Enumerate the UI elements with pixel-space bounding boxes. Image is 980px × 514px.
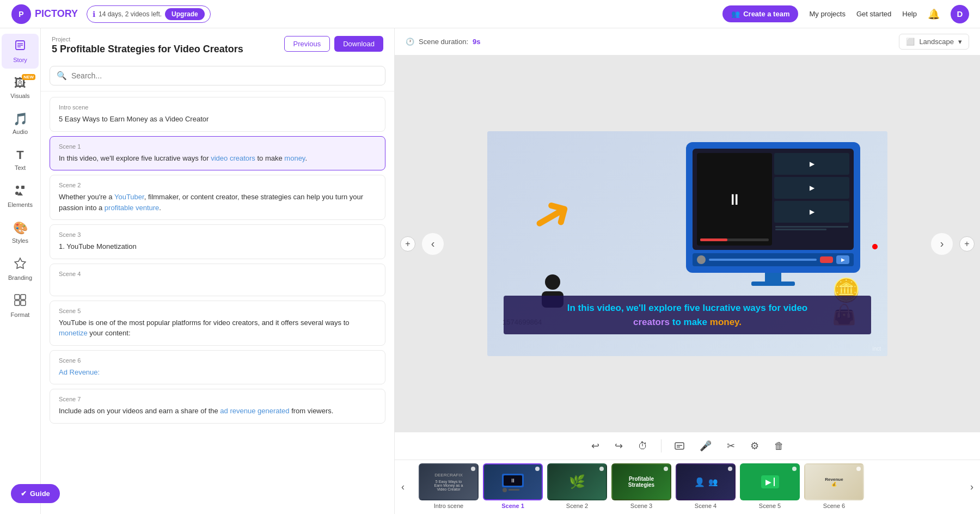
landscape-selector[interactable]: ⬜ Landscape ▾ [899, 34, 969, 50]
sidebar-branding-label: Branding [8, 274, 32, 281]
prev-scene-button[interactable]: ‹ [422, 233, 444, 255]
sidebar-item-story[interactable]: Story [2, 34, 39, 69]
scene-card-1[interactable]: Scene 1 In this video, we'll explore fiv… [50, 136, 385, 171]
sidebar-item-elements[interactable]: Elements [2, 179, 39, 213]
scissors-button[interactable]: ✂ [725, 438, 737, 454]
scene-card-intro[interactable]: Intro scene 5 Easy Ways to Earn Money as… [50, 97, 385, 132]
people-icon: 👥 [731, 10, 740, 18]
svg-text:P: P [19, 10, 23, 19]
scene-dot-4 [728, 467, 732, 471]
subtitle-span2: video [783, 303, 807, 313]
scene1-thumb-content: ⏸ [484, 464, 542, 499]
side-thumbnails: ▶ ▶ ▶ [774, 153, 849, 237]
search-container: 🔍 [41, 60, 394, 91]
subtitle-bar: In this video, we'll explore five lucrat… [504, 296, 871, 334]
timeline-scroll-right[interactable]: › [964, 460, 980, 514]
scene5-timeline-label: Scene 5 [759, 503, 781, 509]
scene-card-3[interactable]: Scene 3 1. YouTube Monetization [50, 224, 385, 259]
scene6-thumbnail[interactable]: Revenue💰 [804, 463, 864, 500]
svg-rect-17 [675, 443, 684, 449]
settings-button[interactable]: ⚙ [748, 438, 761, 454]
scene3-thumbnail[interactable]: ProfitableStrategies [611, 463, 671, 500]
scene-card-7[interactable]: Scene 7 Include ads on your videos and e… [50, 389, 385, 424]
scene2-thumbnail[interactable]: 🌿 [547, 463, 607, 500]
guide-button[interactable]: ✔ Guide [11, 484, 60, 503]
video-container: + ‹ ➜ [395, 56, 980, 432]
scene-dot-3 [664, 467, 668, 471]
timeline-scroll-left[interactable]: ‹ [395, 460, 411, 514]
user-avatar[interactable]: D [951, 5, 969, 23]
sidebar-item-visuals[interactable]: NEW 🖼 Visuals [2, 71, 39, 105]
scene-dot [471, 467, 475, 471]
preview-toolbar: 🕐 Scene duration: 9s ⬜ Landscape ▾ [395, 28, 980, 56]
scene4-thumbnail[interactable]: 👤 👥 [676, 463, 736, 500]
logo[interactable]: P PICTORY [11, 4, 78, 25]
scene1-thumbnail[interactable]: ⏸ [483, 463, 543, 500]
scene-card-4[interactable]: Scene 4 [50, 264, 385, 296]
scene4-label: Scene 4 [59, 271, 376, 277]
timer-button[interactable]: ⏱ [636, 438, 650, 454]
notification-icon[interactable]: 🔔 [928, 8, 940, 20]
sidebar-item-styles[interactable]: 🎨 Styles [2, 216, 39, 249]
sidebar-item-branding[interactable]: Branding [2, 252, 39, 286]
main-layout: Story NEW 🖼 Visuals 🎵 Audio T Text Eleme… [0, 0, 980, 514]
guide-checkmark-icon: ✔ [21, 489, 27, 498]
create-team-button[interactable]: 👥 Create a team [722, 5, 798, 22]
undo-button[interactable]: ↩ [589, 438, 602, 454]
timeline-scene1[interactable]: ⏸ Scene 1 [481, 460, 545, 514]
search-box: 🔍 [50, 66, 385, 85]
next-scene-button[interactable]: › [931, 233, 953, 255]
scene4-icon2: 👥 [708, 478, 718, 486]
search-input[interactable] [71, 71, 378, 80]
scene-card-6[interactable]: Scene 6 Ad Revenue: [50, 350, 385, 385]
caption-button[interactable] [672, 439, 687, 453]
sidebar-visuals-label: Visuals [10, 93, 29, 99]
scene-card-5[interactable]: Scene 5 YouTube is one of the most popul… [50, 301, 385, 346]
nav-links: My projects Get started Help [809, 10, 917, 18]
nav-left: P PICTORY ℹ 14 days, 2 videos left. Upgr… [11, 4, 211, 25]
add-scene-left-button[interactable]: + [400, 236, 415, 252]
timeline-scene5[interactable]: ▶ Scene 5 [738, 460, 802, 514]
story-icon [14, 39, 26, 54]
main-video-area: ⏸ [697, 153, 772, 246]
sidebar-item-audio[interactable]: 🎵 Audio [2, 107, 39, 140]
scene3-label: Scene 3 [59, 231, 376, 238]
timeline-scene6[interactable]: Revenue💰 Scene 6 [802, 460, 866, 514]
scene-dot-6 [856, 467, 861, 471]
timeline-scene4[interactable]: 👤 👥 Scene 4 [673, 460, 738, 514]
scene5-label: Scene 5 [59, 308, 376, 314]
scene2-label: Scene 2 [59, 182, 376, 188]
scene4-timeline-label: Scene 4 [695, 503, 716, 509]
thumb2: ▶ [774, 177, 849, 199]
subtitle-span1: In this video, we'll explore five lucrat… [567, 303, 783, 313]
get-started-link[interactable]: Get started [856, 10, 891, 18]
timeline-intro[interactable]: 👁 DEERCRAFIX 5 Easy Ways toEarn Money as… [416, 460, 481, 514]
download-button[interactable]: Download [334, 36, 383, 52]
text-icon: T [16, 148, 23, 162]
add-scene-right-button[interactable]: + [959, 236, 975, 252]
scene5-thumbnail[interactable]: ▶ [740, 463, 800, 500]
nav-right: 👥 Create a team My projects Get started … [722, 5, 969, 23]
svg-rect-14 [21, 301, 26, 305]
previous-button[interactable]: Previous [284, 36, 330, 52]
intro-thumbnail[interactable]: DEERCRAFIX 5 Easy Ways toEarn Money as a… [419, 463, 479, 500]
redo-button[interactable]: ↪ [612, 438, 625, 454]
scene3-label: ProfitableStrategies [627, 475, 656, 489]
project-title: 5 Profitable Strategies for Video Creato… [52, 44, 243, 55]
subtitle-span3: creators [633, 317, 670, 327]
timeline-scene2[interactable]: 🌿 Scene 2 [545, 460, 609, 514]
help-link[interactable]: Help [902, 10, 917, 18]
sidebar-item-text[interactable]: T Text [2, 143, 39, 176]
svg-point-23 [503, 488, 507, 492]
my-projects-link[interactable]: My projects [809, 10, 845, 18]
timeline-scene3[interactable]: ProfitableStrategies Scene 3 [609, 460, 673, 514]
duration-value: 9s [473, 38, 480, 46]
toolbar-divider [661, 439, 661, 452]
microphone-button[interactable]: 🎤 [697, 438, 714, 454]
subtitle-span4: to make [670, 317, 710, 327]
sidebar-item-format[interactable]: Format [2, 289, 39, 323]
scene1-label: Scene 1 [59, 143, 376, 150]
scene-card-2[interactable]: Scene 2 Whether you're a YouTuber, filmm… [50, 175, 385, 220]
upgrade-button[interactable]: Upgrade [165, 8, 205, 20]
delete-button[interactable]: 🗑 [772, 438, 786, 454]
